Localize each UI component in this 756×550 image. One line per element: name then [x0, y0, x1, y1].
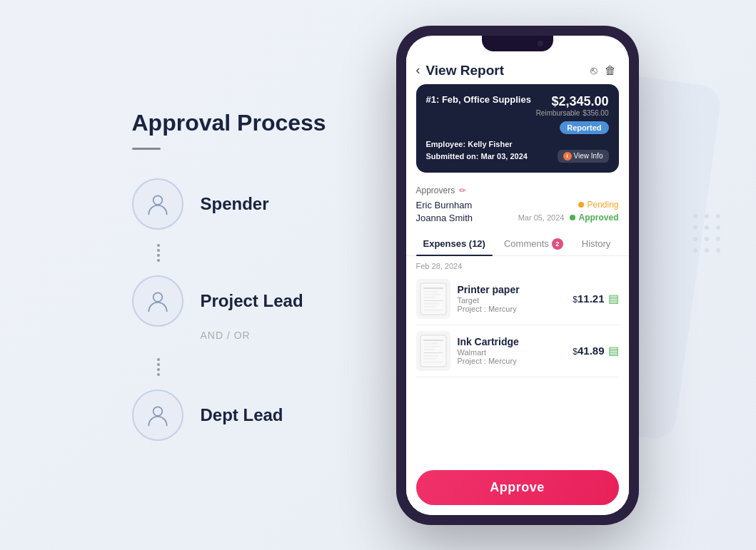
approver-status-1: Mar 05, 2024 Approved: [518, 213, 619, 223]
tab-expenses[interactable]: Expenses (12): [416, 233, 493, 255]
pending-dot: [578, 202, 584, 208]
submitted-text: Submitted on: Mar 03, 2024: [426, 152, 528, 161]
expense-project-0: Project : Mercury: [458, 305, 566, 313]
decorative-dots-right: [693, 214, 720, 253]
share-icon[interactable]: ⎋: [590, 64, 598, 77]
expenses-list: Feb 28, 2024: [406, 256, 629, 463]
approver-name-0: Eric Burnham: [416, 200, 473, 210]
report-card-top: #1: Feb, Office Supplies $2,345.00 Reimb…: [426, 94, 609, 117]
approver-date-1: Mar 05, 2024: [518, 213, 565, 222]
svg-rect-15: [423, 346, 440, 347]
approval-title: Approval Process: [132, 109, 326, 136]
project-lead-avatar: [132, 275, 183, 327]
person-icon-3: [145, 402, 171, 428]
report-status-row: Reported: [426, 121, 609, 134]
phone-wrapper: ‹ View Report ⎋ 🗑 #1: Feb, Office Suppl: [396, 26, 639, 525]
svg-rect-13: [423, 340, 443, 341]
svg-rect-4: [423, 287, 443, 289]
view-report-title: View Report: [426, 63, 590, 78]
svg-point-1: [153, 292, 162, 302]
svg-rect-17: [423, 352, 443, 353]
approvers-header: Approvers ✏: [416, 185, 619, 195]
view-info-button[interactable]: i View Info: [558, 150, 609, 163]
edit-icon[interactable]: ✏: [459, 185, 466, 195]
approver-row-1: Joanna Smith Mar 05, 2024 Approved: [416, 213, 619, 223]
approved-dot: [570, 215, 575, 220]
expense-amount-0: $11.21: [573, 292, 604, 305]
expense-info-0: Printer paper Target Project : Mercury: [458, 284, 566, 313]
tab-comments[interactable]: Comments 2: [497, 233, 570, 255]
connector-2: [157, 350, 160, 384]
expense-amount-col-0: $11.21 ▤: [573, 292, 618, 305]
connector-1: [157, 235, 160, 270]
approver-row-0: Eric Burnham Pending: [416, 200, 619, 210]
step-row-dept-lead: Dept Lead: [132, 389, 283, 441]
step-row-spender: Spender: [132, 178, 269, 230]
report-amount: $2,345.00 Reimbursable $356.00: [536, 94, 609, 117]
expense-amount-1: $41.89: [573, 345, 604, 357]
and-or-row: AND / OR: [132, 330, 251, 341]
approver-status-0: Pending: [578, 200, 618, 210]
expense-name-0: Printer paper: [458, 284, 566, 295]
info-icon: i: [563, 152, 572, 161]
report-amount-main: $2,345.00: [536, 94, 609, 109]
svg-rect-6: [423, 294, 440, 295]
svg-rect-19: [423, 358, 436, 360]
header-icons: ⎋ 🗑: [590, 64, 616, 77]
expense-thumb-1: [416, 331, 450, 371]
approver-name-1: Joanna Smith: [416, 213, 473, 223]
expense-merchant-0: Target: [458, 296, 566, 305]
and-or-label: AND / OR: [201, 330, 251, 341]
expense-name-1: Ink Cartridge: [458, 336, 566, 347]
report-employee: Employee: Kelly Fisher: [426, 140, 609, 148]
approved-text: Approved: [578, 213, 618, 223]
dept-lead-avatar: [132, 389, 183, 441]
approvers-section: Approvers ✏ Eric Burnham Pending Joanna …: [406, 180, 629, 230]
svg-rect-9: [423, 303, 439, 305]
expense-merchant-1: Walmart: [458, 348, 566, 357]
delete-icon[interactable]: 🗑: [605, 64, 616, 77]
receipt-thumbnail-0: [419, 282, 448, 316]
svg-rect-8: [423, 300, 443, 301]
svg-rect-10: [423, 306, 436, 307]
approval-panel: Approval Process Spender: [96, 0, 396, 550]
expense-amount-col-1: $41.89 ▤: [573, 344, 618, 357]
tabs-bar: Expenses (12) Comments 2 History: [406, 230, 629, 256]
approvers-label: Approvers: [416, 185, 455, 195]
svg-rect-16: [423, 349, 435, 350]
spender-avatar: [132, 178, 183, 230]
person-icon: [145, 191, 171, 217]
svg-rect-11: [423, 310, 442, 311]
report-card: #1: Feb, Office Supplies $2,345.00 Reimb…: [416, 84, 619, 173]
svg-rect-7: [423, 297, 435, 298]
expense-item-0[interactable]: Printer paper Target Project : Mercury $…: [416, 273, 619, 325]
approve-bar: Approve: [406, 463, 629, 515]
person-icon-2: [145, 288, 171, 314]
back-button[interactable]: ‹: [416, 63, 420, 78]
report-amount-sub: Reimbursable $356.00: [536, 109, 609, 117]
tab-history[interactable]: History: [575, 233, 618, 255]
expense-item-1[interactable]: Ink Cartridge Walmart Project : Mercury …: [416, 325, 619, 377]
project-lead-label: Project Lead: [201, 291, 303, 311]
spender-label: Spender: [201, 194, 269, 214]
svg-rect-18: [423, 355, 439, 357]
approval-steps: Spender Project Lead: [132, 178, 303, 441]
report-name: #1: Feb, Office Supplies: [426, 94, 531, 106]
camera-dot: [538, 41, 543, 46]
expense-project-1: Project : Mercury: [458, 357, 566, 365]
page-wrapper: Approval Process Spender: [0, 0, 756, 550]
screen-content: ‹ View Report ⎋ 🗑 #1: Feb, Office Suppl: [406, 36, 629, 515]
approve-button[interactable]: Approve: [416, 470, 619, 505]
app-header: ‹ View Report ⎋ 🗑: [406, 57, 629, 84]
status-badge: Reported: [560, 121, 608, 134]
receipt-thumbnail-1: [419, 334, 448, 368]
pending-text: Pending: [587, 200, 618, 210]
receipt-icon-1: ▤: [608, 344, 619, 357]
receipt-icon-0: ▤: [608, 292, 619, 305]
phone-notch: [482, 36, 553, 51]
svg-point-0: [153, 195, 162, 205]
phone-screen: ‹ View Report ⎋ 🗑 #1: Feb, Office Suppl: [406, 36, 629, 515]
svg-rect-14: [423, 343, 438, 345]
svg-rect-20: [423, 362, 442, 363]
phone-frame: ‹ View Report ⎋ 🗑 #1: Feb, Office Suppl: [396, 26, 639, 525]
